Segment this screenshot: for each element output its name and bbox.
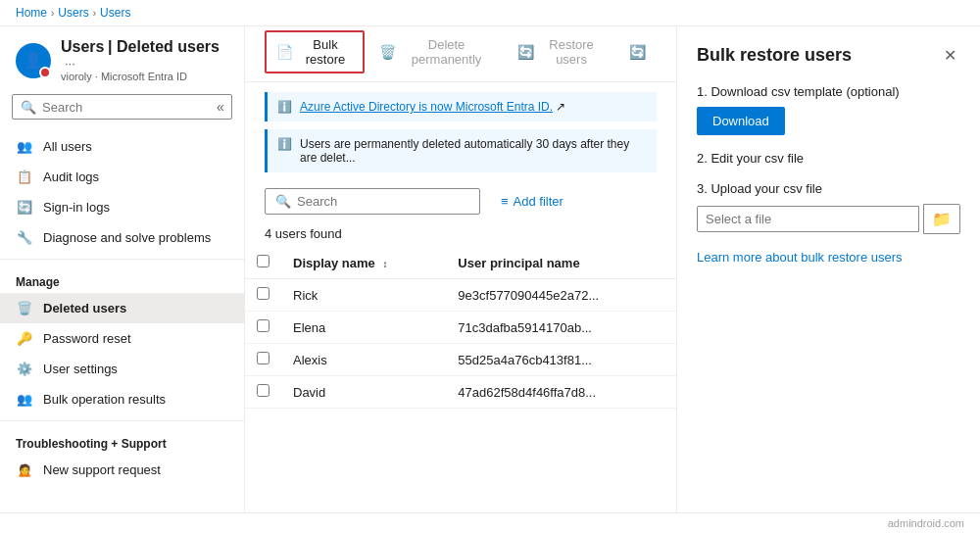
sidebar-header: 👤 Users | Deleted users ··· vioroly · Mi… bbox=[0, 26, 244, 90]
row-check-1 bbox=[245, 279, 281, 312]
checkbox-david[interactable] bbox=[257, 384, 270, 397]
sidebar-label-password-reset: Password reset bbox=[43, 331, 131, 346]
breadcrumb-bar: Home › Users › Users bbox=[0, 0, 980, 26]
right-panel: Bulk restore users ✕ 1. Download csv tem… bbox=[676, 26, 980, 512]
deleted-users-icon: 🗑️ bbox=[16, 301, 33, 315]
refresh-icon: 🔄 bbox=[629, 44, 646, 60]
row-check-4 bbox=[245, 376, 281, 409]
password-reset-icon: 🔑 bbox=[16, 331, 33, 346]
step-3-label: 3. Upload your csv file bbox=[697, 181, 960, 196]
search-input[interactable] bbox=[42, 100, 207, 115]
bulk-restore-label: Bulk restore bbox=[298, 37, 353, 67]
support-icon: 🙍 bbox=[16, 462, 33, 477]
file-upload-row: 📁 bbox=[697, 204, 960, 234]
sidebar-subtitle: vioroly · Microsoft Entra ID bbox=[61, 71, 228, 82]
sidebar-item-sign-in-logs[interactable]: 🔄 Sign-in logs bbox=[0, 192, 244, 222]
sidebar-item-audit-logs[interactable]: 📋 Audit logs bbox=[0, 162, 244, 192]
sidebar-item-diagnose[interactable]: 🔧 Diagnose and solve problems bbox=[0, 222, 244, 253]
sidebar-label-all-users: All users bbox=[43, 139, 92, 154]
table-row: Rick 9e3cf577090445e2a72... bbox=[245, 279, 676, 312]
delete-permanently-button[interactable]: 🗑️ Delete permanently bbox=[368, 31, 503, 73]
row-check-2 bbox=[245, 312, 281, 344]
restore-users-icon: 🔄 bbox=[517, 44, 534, 60]
select-all-checkbox[interactable] bbox=[257, 255, 270, 267]
filter-search-input[interactable] bbox=[297, 194, 469, 209]
upn-alexis: 55d25a4a76cb413f81... bbox=[446, 344, 676, 376]
troubleshooting-section-title: Troubleshooting + Support bbox=[0, 427, 244, 455]
delete-perm-icon: 🗑️ bbox=[379, 44, 396, 60]
chevron-icon-2: › bbox=[93, 8, 96, 19]
avatar-icon: 👤 bbox=[24, 51, 43, 70]
info-text-2: Users are permanently deleted automatica… bbox=[300, 137, 647, 165]
sidebar-nav: 👥 All users 📋 Audit logs 🔄 Sign-in logs … bbox=[0, 127, 244, 489]
right-panel-title: Bulk restore users bbox=[697, 45, 852, 66]
audit-logs-icon: 📋 bbox=[16, 170, 33, 184]
filter-search-icon: 🔍 bbox=[275, 194, 291, 209]
avatar: 👤 bbox=[16, 43, 51, 78]
learn-more-link[interactable]: Learn more about bulk restore users bbox=[697, 250, 960, 265]
restore-users-button[interactable]: 🔄 Restore users bbox=[507, 31, 614, 73]
collapse-button[interactable]: « bbox=[213, 99, 228, 115]
bulk-restore-button[interactable]: 📄 Bulk restore bbox=[265, 30, 365, 73]
sidebar-more-icon[interactable]: ··· bbox=[65, 56, 75, 71]
download-button[interactable]: Download bbox=[697, 107, 785, 135]
table-row: David 47ad62f58d4f46ffa7d8... bbox=[245, 376, 676, 409]
add-filter-button[interactable]: ≡ Add filter bbox=[490, 188, 574, 215]
avatar-badge bbox=[39, 67, 51, 78]
sidebar-label-audit-logs: Audit logs bbox=[43, 170, 99, 184]
sidebar-item-deleted-users[interactable]: 🗑️ Deleted users bbox=[0, 293, 244, 323]
sidebar-item-bulk-operation[interactable]: 👥 Bulk operation results bbox=[0, 384, 244, 414]
step-2-label: 2. Edit your csv file bbox=[697, 151, 960, 166]
select-all-col bbox=[245, 247, 281, 279]
watermark: admindroid.com bbox=[0, 512, 980, 533]
step-2: 2. Edit your csv file bbox=[697, 151, 960, 166]
row-check-3 bbox=[245, 344, 281, 376]
sidebar-label-bulk-operation: Bulk operation results bbox=[43, 392, 166, 407]
bulk-op-icon: 👥 bbox=[16, 392, 33, 407]
upn-header: User principal name bbox=[446, 247, 676, 279]
sidebar-label-new-support: New support request bbox=[43, 462, 161, 477]
info-bar-delete: ℹ️ Users are permanently deleted automat… bbox=[265, 129, 657, 172]
user-settings-icon: ⚙️ bbox=[16, 362, 33, 376]
sidebar-item-new-support[interactable]: 🙍 New support request bbox=[0, 455, 244, 485]
sidebar-divider-2 bbox=[0, 420, 244, 421]
manage-section-title: Manage bbox=[0, 266, 244, 293]
sidebar-label-sign-in-logs: Sign-in logs bbox=[43, 200, 110, 215]
step-3: 3. Upload your csv file 📁 bbox=[697, 181, 960, 234]
sort-icon-name[interactable]: ↕ bbox=[382, 259, 387, 269]
sidebar-item-all-users[interactable]: 👥 All users bbox=[0, 131, 244, 162]
checkbox-elena[interactable] bbox=[257, 319, 270, 332]
checkbox-rick[interactable] bbox=[257, 287, 270, 300]
all-users-icon: 👥 bbox=[16, 139, 33, 154]
close-button[interactable]: ✕ bbox=[940, 42, 960, 69]
file-browse-button[interactable]: 📁 bbox=[923, 204, 960, 234]
table-row: Alexis 55d25a4a76cb413f81... bbox=[245, 344, 676, 376]
toolbar: 📄 Bulk restore 🗑️ Delete permanently 🔄 R… bbox=[245, 26, 676, 82]
refresh-button[interactable]: 🔄 bbox=[618, 38, 657, 66]
user-name-elena: Elena bbox=[281, 312, 446, 344]
sidebar-search-box[interactable]: 🔍 « bbox=[12, 94, 232, 120]
user-name-david: David bbox=[281, 376, 446, 409]
table-row: Elena 71c3dafba5914170ab... bbox=[245, 312, 676, 344]
display-name-header: Display name ↕ bbox=[281, 247, 446, 279]
info-bar-entra: ℹ️ Azure Active Directory is now Microso… bbox=[265, 92, 657, 121]
breadcrumb-home[interactable]: Home bbox=[16, 6, 47, 20]
sign-in-icon: 🔄 bbox=[16, 200, 33, 215]
sidebar-item-password-reset[interactable]: 🔑 Password reset bbox=[0, 323, 244, 354]
checkbox-alexis[interactable] bbox=[257, 352, 270, 364]
restore-users-label: Restore users bbox=[539, 37, 604, 67]
upn-rick: 9e3cf577090445e2a72... bbox=[446, 279, 676, 312]
add-filter-label: Add filter bbox=[514, 194, 564, 209]
breadcrumb-users-1[interactable]: Users bbox=[58, 6, 88, 20]
file-input[interactable] bbox=[697, 206, 919, 232]
sidebar-item-user-settings[interactable]: ⚙️ User settings bbox=[0, 354, 244, 384]
browse-icon: 📁 bbox=[932, 211, 952, 227]
breadcrumb-users-2[interactable]: Users bbox=[100, 6, 130, 20]
info-text-1: Azure Active Directory is now Microsoft … bbox=[300, 100, 565, 114]
external-icon-1: ↗ bbox=[556, 100, 565, 114]
sidebar-label-diagnose: Diagnose and solve problems bbox=[43, 230, 211, 245]
sidebar-label-user-settings: User settings bbox=[43, 362, 118, 376]
sidebar-page-title: Users | Deleted users ··· bbox=[61, 38, 228, 71]
filter-search-box[interactable]: 🔍 bbox=[265, 188, 480, 215]
entra-link[interactable]: Azure Active Directory is now Microsoft … bbox=[300, 100, 553, 114]
